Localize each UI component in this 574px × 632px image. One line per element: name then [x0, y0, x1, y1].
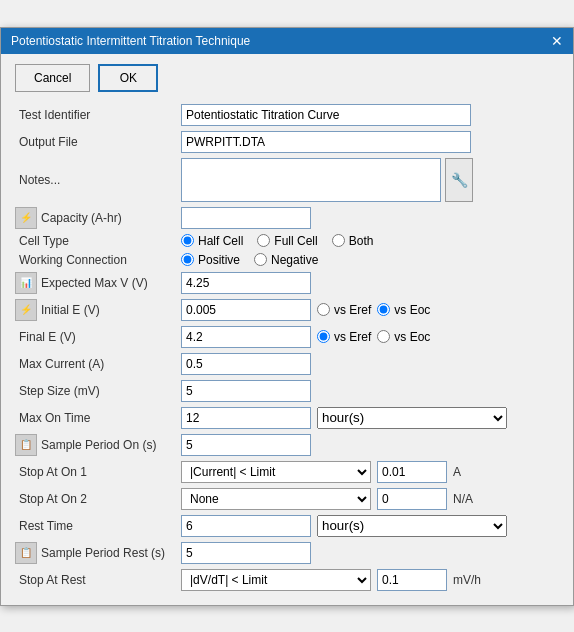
capacity-label: Capacity (A-hr): [41, 211, 122, 225]
max-on-time-input[interactable]: [181, 407, 311, 429]
step-size-label: Step Size (mV): [15, 384, 175, 398]
cancel-button[interactable]: Cancel: [15, 64, 90, 92]
initial-e-row: vs Eref vs Eoc: [181, 299, 559, 321]
sample-period-rest-label: Sample Period Rest (s): [41, 546, 165, 560]
sample-period-on-label-row: 📋 Sample Period On (s): [15, 434, 175, 456]
max-on-time-row: hour(s) min(s) sec(s): [181, 407, 559, 429]
stop-at-on2-select[interactable]: None |Current| < Limit: [181, 488, 371, 510]
working-connection-label: Working Connection: [15, 253, 175, 267]
notes-textarea[interactable]: [181, 158, 441, 202]
cell-type-group: Half Cell Full Cell Both: [181, 234, 559, 248]
initial-e-icon: ⚡: [15, 299, 37, 321]
initial-e-label-row: ⚡ Initial E (V): [15, 299, 175, 321]
capacity-label-row: ⚡ Capacity (A-hr): [15, 207, 175, 229]
sample-period-on-input[interactable]: [181, 434, 311, 456]
output-file-input[interactable]: [181, 131, 471, 153]
test-identifier-label: Test Identifier: [15, 108, 175, 122]
cell-type-label: Cell Type: [15, 234, 175, 248]
working-connection-group: Positive Negative: [181, 253, 559, 267]
sample-period-on-icon: 📋: [15, 434, 37, 456]
cell-type-both[interactable]: Both: [332, 234, 374, 248]
sample-period-rest-input[interactable]: [181, 542, 311, 564]
final-e-row: vs Eref vs Eoc: [181, 326, 559, 348]
expected-max-v-input[interactable]: [181, 272, 311, 294]
initial-e-label: Initial E (V): [41, 303, 100, 317]
ok-button[interactable]: OK: [98, 64, 158, 92]
stop-at-rest-unit: mV/h: [453, 573, 481, 587]
sample-period-rest-label-row: 📋 Sample Period Rest (s): [15, 542, 175, 564]
final-e-vs-eref[interactable]: vs Eref: [317, 330, 371, 344]
rest-time-input[interactable]: [181, 515, 311, 537]
sample-period-rest-icon: 📋: [15, 542, 37, 564]
window-title: Potentiostatic Intermittent Titration Te…: [11, 34, 250, 48]
stop-at-rest-row: |dV/dT| < Limit None mV/h: [181, 569, 559, 591]
stop-at-rest-input[interactable]: [377, 569, 447, 591]
stop-at-rest-select[interactable]: |dV/dT| < Limit None: [181, 569, 371, 591]
cell-type-full[interactable]: Full Cell: [257, 234, 317, 248]
test-identifier-input[interactable]: [181, 104, 471, 126]
final-e-input[interactable]: [181, 326, 311, 348]
stop-at-on2-label: Stop At On 2: [15, 492, 175, 506]
working-negative[interactable]: Negative: [254, 253, 318, 267]
initial-e-vs-eref[interactable]: vs Eref: [317, 303, 371, 317]
notes-tool-button[interactable]: 🔧: [445, 158, 473, 202]
stop-at-on1-row: |Current| < Limit None A: [181, 461, 559, 483]
step-size-input[interactable]: [181, 380, 311, 402]
notes-area: 🔧: [181, 158, 559, 202]
sample-period-on-label: Sample Period On (s): [41, 438, 156, 452]
close-button[interactable]: ✕: [551, 34, 563, 48]
cell-type-half[interactable]: Half Cell: [181, 234, 243, 248]
dialog-window: Potentiostatic Intermittent Titration Te…: [0, 27, 574, 606]
max-on-time-unit-select[interactable]: hour(s) min(s) sec(s): [317, 407, 507, 429]
final-e-vs-eoc[interactable]: vs Eoc: [377, 330, 430, 344]
initial-e-vs-eoc[interactable]: vs Eoc: [377, 303, 430, 317]
stop-at-on1-input[interactable]: [377, 461, 447, 483]
stop-at-on1-select[interactable]: |Current| < Limit None: [181, 461, 371, 483]
expected-max-v-label: Expected Max V (V): [41, 276, 148, 290]
rest-time-unit-select[interactable]: hour(s) min(s) sec(s): [317, 515, 507, 537]
capacity-icon: ⚡: [15, 207, 37, 229]
max-current-input[interactable]: [181, 353, 311, 375]
stop-at-on2-input[interactable]: [377, 488, 447, 510]
stop-at-on1-unit: A: [453, 465, 461, 479]
notes-label: Notes...: [15, 173, 175, 187]
stop-at-on2-unit: N/A: [453, 492, 473, 506]
expected-max-v-label-row: 📊 Expected Max V (V): [15, 272, 175, 294]
max-current-label: Max Current (A): [15, 357, 175, 371]
max-on-time-label: Max On Time: [15, 411, 175, 425]
expected-max-icon: 📊: [15, 272, 37, 294]
stop-at-on2-row: None |Current| < Limit N/A: [181, 488, 559, 510]
final-e-label: Final E (V): [15, 330, 175, 344]
stop-at-rest-label: Stop At Rest: [15, 573, 175, 587]
capacity-input[interactable]: [181, 207, 311, 229]
rest-time-row: hour(s) min(s) sec(s): [181, 515, 559, 537]
stop-at-on1-label: Stop At On 1: [15, 465, 175, 479]
output-file-label: Output File: [15, 135, 175, 149]
rest-time-label: Rest Time: [15, 519, 175, 533]
title-bar: Potentiostatic Intermittent Titration Te…: [1, 28, 573, 54]
initial-e-input[interactable]: [181, 299, 311, 321]
working-positive[interactable]: Positive: [181, 253, 240, 267]
